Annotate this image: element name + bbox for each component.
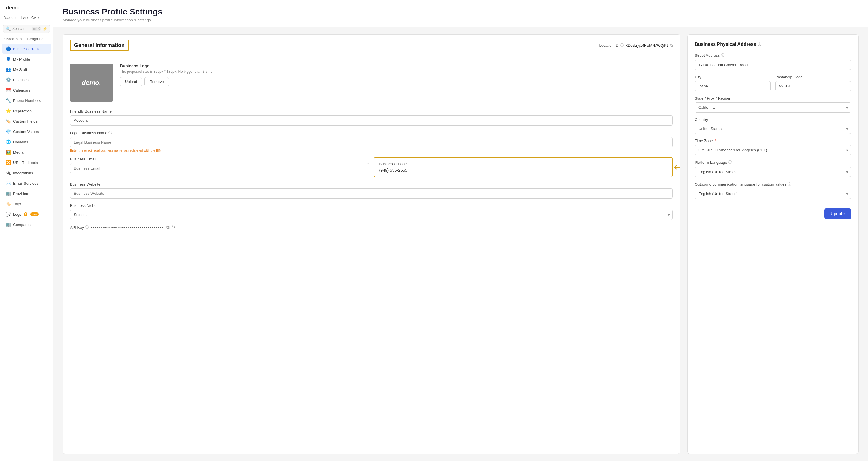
- reputation-icon: ⭐: [6, 109, 11, 113]
- logo-hint: The proposed size is 350px * 180px. No b…: [120, 69, 212, 74]
- legal-name-input[interactable]: [70, 137, 673, 147]
- postal-input[interactable]: [775, 81, 851, 91]
- sidebar-item-label: My Profile: [13, 57, 30, 61]
- state-select-wrapper[interactable]: California: [695, 102, 851, 113]
- sidebar-item-companies[interactable]: 🏢 Companies: [2, 220, 51, 230]
- section-header: General Information Location ID ⓘ KDozLr…: [63, 35, 680, 56]
- outbound-language-select-wrapper[interactable]: English (United States): [695, 189, 851, 199]
- business-email-input[interactable]: [70, 163, 369, 173]
- logs-icon: 💬: [6, 212, 11, 217]
- search-bar[interactable]: 🔍 Search ctrl K ⚡: [3, 25, 50, 33]
- sidebar-item-media[interactable]: 🖼️ Media: [2, 147, 51, 157]
- sidebar-item-my-profile[interactable]: 👤 My Profile: [2, 54, 51, 64]
- sidebar-item-url-redirects[interactable]: 🔀 URL Redirects: [2, 157, 51, 168]
- sidebar-item-my-staff[interactable]: 👥 My Staff: [2, 64, 51, 75]
- panel-body: demo. Business Logo The proposed size is…: [63, 56, 680, 237]
- back-navigation[interactable]: ‹ Back to main navigation: [0, 35, 53, 44]
- platform-language-select-wrapper[interactable]: English (United States): [695, 167, 851, 177]
- url-redirects-icon: 🔀: [6, 160, 11, 165]
- business-website-group: Business Website: [70, 182, 673, 199]
- business-email-label: Business Email: [70, 157, 369, 161]
- sidebar-item-label: Integrations: [13, 171, 33, 175]
- sidebar-item-label: URL Redirects: [13, 161, 38, 165]
- business-email-group: Business Email: [70, 157, 369, 177]
- search-label: Search: [12, 27, 30, 31]
- pipelines-icon: ⚙️: [6, 78, 11, 82]
- page-header: Business Profile Settings Manage your bu…: [53, 0, 868, 27]
- outbound-language-info-icon[interactable]: ⓘ: [788, 182, 791, 187]
- sidebar-item-custom-fields[interactable]: 🏷️ Custom Fields: [2, 116, 51, 126]
- sidebar-item-label: Business Profile: [13, 47, 40, 51]
- sidebar-item-integrations[interactable]: 🔌 Integrations: [2, 168, 51, 178]
- sidebar-item-phone-numbers[interactable]: 🔧 Phone Numbers: [2, 95, 51, 106]
- platform-language-select[interactable]: English (United States): [695, 167, 851, 177]
- sidebar-item-domains[interactable]: 🌐 Domains: [2, 137, 51, 147]
- account-selector[interactable]: Account -- Irvine, CA ▾: [0, 14, 53, 23]
- friendly-name-input[interactable]: [70, 115, 673, 125]
- providers-icon: 🏢: [6, 191, 11, 196]
- outbound-language-select[interactable]: English (United States): [695, 189, 851, 199]
- sidebar-item-business-profile[interactable]: 🔵 Business Profile: [2, 44, 51, 54]
- sidebar-item-label: Reputation: [13, 109, 32, 113]
- integrations-icon: 🔌: [6, 171, 11, 175]
- business-niche-group: Business Niche Select...: [70, 203, 673, 220]
- custom-values-icon: 💎: [6, 129, 11, 134]
- sidebar-item-email-services[interactable]: ✉️ Email Services: [2, 178, 51, 188]
- business-phone-value: (949) 555-2555: [379, 168, 668, 173]
- general-info-panel: General Information Location ID ⓘ KDozLr…: [63, 34, 680, 454]
- update-button[interactable]: Update: [824, 208, 851, 219]
- street-input[interactable]: [695, 60, 851, 70]
- sidebar-item-pipelines[interactable]: ⚙️ Pipelines: [2, 75, 51, 85]
- arrow-annotation: ⟵: [674, 161, 680, 173]
- sidebar-item-label: Media: [13, 150, 23, 154]
- search-kbd: ctrl K: [32, 27, 41, 31]
- timezone-select[interactable]: GMT-07:00 America/Los_Angeles (PDT): [695, 145, 851, 155]
- platform-language-info-icon[interactable]: ⓘ: [728, 160, 732, 165]
- platform-language-label: Platform Language ⓘ: [695, 160, 851, 165]
- friendly-name-label: Friendly Business Name: [70, 109, 673, 113]
- upload-button[interactable]: Upload: [120, 77, 142, 86]
- timezone-select-wrapper[interactable]: GMT-07:00 America/Los_Angeles (PDT): [695, 145, 851, 155]
- street-info-icon[interactable]: ⓘ: [721, 53, 724, 58]
- api-key-copy-icon[interactable]: ⧉: [166, 225, 169, 230]
- sidebar-item-calendars[interactable]: 📅 Calendars: [2, 85, 51, 95]
- email-services-icon: ✉️: [6, 181, 11, 185]
- logo-actions: Upload Remove: [120, 77, 212, 86]
- logo-section: demo. Business Logo The proposed size is…: [70, 63, 673, 102]
- country-select[interactable]: United States: [695, 123, 851, 134]
- country-select-wrapper[interactable]: United States: [695, 123, 851, 134]
- sidebar-item-label: Phone Numbers: [13, 98, 41, 103]
- sidebar-item-logs[interactable]: 💬 Logs 1 new: [2, 209, 51, 219]
- city-input[interactable]: [695, 81, 771, 91]
- main-content: Business Profile Settings Manage your bu…: [53, 0, 868, 461]
- location-id-value: KDozLrjq14HwM7MWQiP1: [625, 44, 668, 48]
- sidebar-item-custom-values[interactable]: 💎 Custom Values: [2, 126, 51, 137]
- sidebar-item-providers[interactable]: 🏢 Providers: [2, 189, 51, 199]
- section-title: General Information: [70, 40, 129, 51]
- logo-info: Business Logo The proposed size is 350px…: [120, 63, 212, 86]
- api-key-info-icon[interactable]: ⓘ: [85, 225, 89, 230]
- api-key-refresh-icon[interactable]: ↻: [171, 225, 175, 230]
- calendars-icon: 📅: [6, 88, 11, 92]
- business-website-input[interactable]: [70, 188, 673, 199]
- copy-icon[interactable]: ⧉: [670, 43, 673, 48]
- address-info-icon[interactable]: ⓘ: [758, 42, 762, 47]
- legal-name-group: Legal Business Name ⓘ Enter the exact le…: [70, 130, 673, 152]
- remove-button[interactable]: Remove: [145, 77, 168, 86]
- search-icon: 🔍: [6, 26, 11, 31]
- business-niche-select-wrapper[interactable]: Select...: [70, 209, 673, 220]
- logo-preview: demo.: [70, 63, 113, 102]
- sidebar-item-reputation[interactable]: ⭐ Reputation: [2, 106, 51, 116]
- legal-name-info-icon[interactable]: ⓘ: [108, 130, 112, 135]
- sidebar-item-label: Companies: [13, 223, 32, 227]
- country-label: Country: [695, 117, 851, 122]
- location-id-info-icon[interactable]: ⓘ: [620, 43, 624, 48]
- sidebar-item-tags[interactable]: 🏷️ Tags: [2, 199, 51, 209]
- state-select[interactable]: California: [695, 102, 851, 113]
- page-subtitle: Manage your business profile information…: [63, 18, 859, 22]
- state-group: State / Prov / Region California: [695, 96, 851, 113]
- sidebar-item-label: Custom Values: [13, 129, 39, 134]
- business-niche-select[interactable]: Select...: [70, 209, 673, 220]
- logs-badge: 1: [24, 212, 28, 216]
- companies-icon: 🏢: [6, 222, 11, 227]
